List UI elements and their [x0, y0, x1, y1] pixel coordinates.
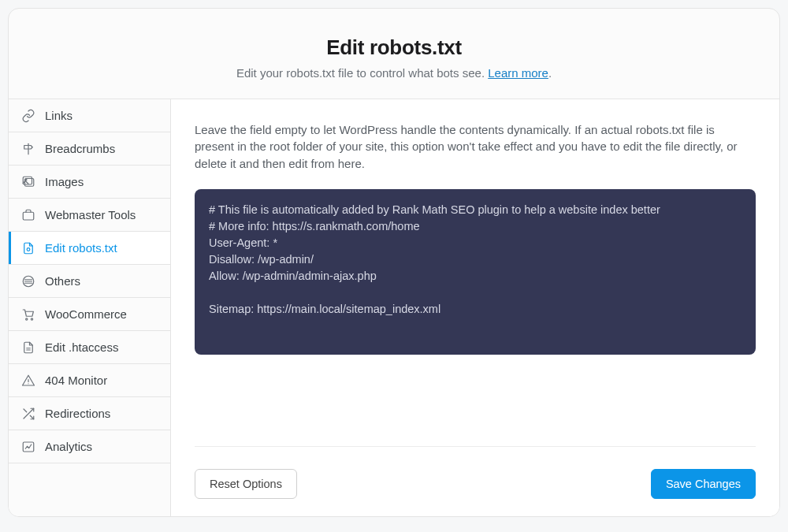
warning-triangle-icon: [21, 374, 35, 388]
robots-editor[interactable]: [195, 189, 756, 355]
svg-point-6: [26, 318, 28, 319]
page-title: Edit robots.txt: [24, 35, 764, 60]
sidebar-item-edit-robots[interactable]: Edit robots.txt: [9, 232, 170, 265]
shuffle-icon: [21, 407, 35, 421]
sidebar-item-analytics[interactable]: Analytics: [9, 430, 170, 463]
subtitle-suffix: .: [548, 66, 552, 80]
signpost-icon: [21, 142, 35, 156]
main-content: Leave the field empty to let WordPress h…: [171, 99, 779, 516]
sidebar-item-label: 404 Monitor: [45, 374, 107, 387]
sidebar-item-others[interactable]: Others: [9, 265, 170, 298]
page-subtitle: Edit your robots.txt file to control wha…: [24, 66, 764, 80]
settings-sidebar: Links Breadcrumbs Images Webmaster Tools: [9, 99, 171, 516]
sidebar-item-label: Links: [45, 109, 72, 122]
sidebar-item-label: WooCommerce: [45, 307, 127, 321]
sidebar-item-label: Edit robots.txt: [45, 241, 117, 255]
footer-bar: Reset Options Save Changes: [195, 446, 756, 499]
images-icon: [21, 175, 35, 189]
svg-point-7: [31, 318, 32, 319]
panel-body: Links Breadcrumbs Images Webmaster Tools: [9, 99, 779, 516]
sidebar-item-links[interactable]: Links: [9, 99, 170, 132]
file-text-icon: [21, 340, 35, 355]
robots-description: Leave the field empty to let WordPress h…: [195, 121, 756, 172]
svg-point-4: [27, 247, 30, 251]
sidebar-item-label: Edit .htaccess: [45, 340, 118, 354]
panel-header: Edit robots.txt Edit your robots.txt fil…: [9, 9, 779, 99]
briefcase-icon: [21, 208, 35, 222]
sidebar-item-woocommerce[interactable]: WooCommerce: [9, 298, 170, 331]
sidebar-item-breadcrumbs[interactable]: Breadcrumbs: [9, 132, 170, 166]
learn-more-link[interactable]: Learn more: [488, 66, 548, 80]
settings-panel: Edit robots.txt Edit your robots.txt fil…: [8, 8, 780, 517]
reset-options-button[interactable]: Reset Options: [195, 469, 297, 499]
sidebar-item-label: Analytics: [45, 440, 92, 453]
subtitle-text: Edit your robots.txt file to control wha…: [236, 66, 488, 80]
robots-file-icon: [21, 241, 35, 255]
cart-icon: [21, 307, 35, 322]
sidebar-item-label: Others: [45, 274, 80, 288]
sidebar-item-label: Redirections: [45, 407, 110, 420]
svg-point-2: [25, 179, 27, 180]
svg-rect-3: [23, 212, 34, 220]
sidebar-item-edit-htaccess[interactable]: Edit .htaccess: [9, 331, 170, 364]
sidebar-item-images[interactable]: Images: [9, 166, 170, 199]
stack-icon: [21, 274, 35, 288]
save-changes-button[interactable]: Save Changes: [651, 469, 756, 499]
sidebar-item-redirections[interactable]: Redirections: [9, 397, 170, 430]
sidebar-item-label: Images: [45, 175, 84, 188]
link-icon: [21, 109, 35, 123]
sidebar-item-webmaster-tools[interactable]: Webmaster Tools: [9, 199, 170, 232]
sidebar-item-label: Webmaster Tools: [45, 208, 136, 221]
sidebar-item-label: Breadcrumbs: [45, 142, 115, 155]
chart-line-icon: [21, 440, 35, 454]
sidebar-item-404-monitor[interactable]: 404 Monitor: [9, 364, 170, 397]
